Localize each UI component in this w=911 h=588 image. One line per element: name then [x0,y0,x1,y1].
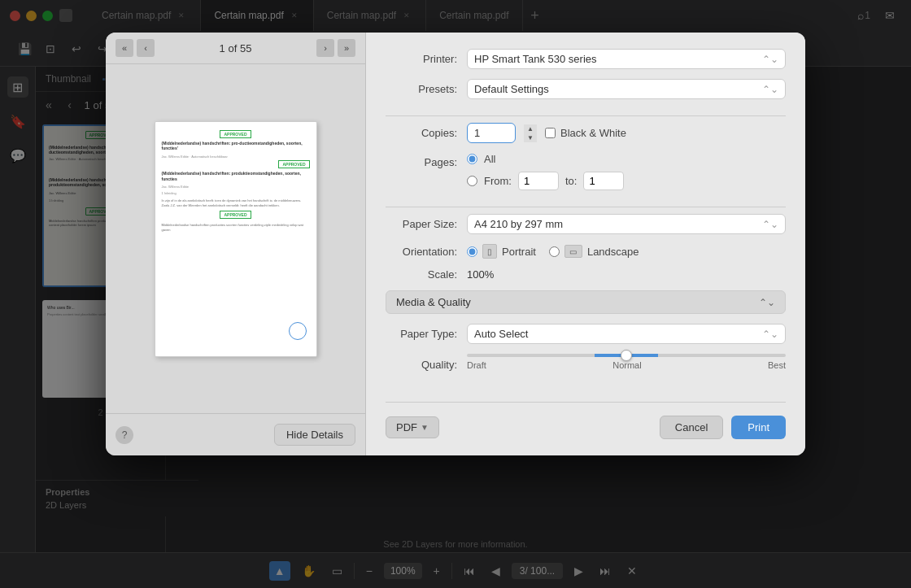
bw-label-text: Black & White [560,127,626,139]
media-quality-label: Media & Quality [396,296,471,308]
printer-select-container: HP Smart Tank 530 series ⌃⌄ [467,49,786,69]
dialog-first-page-button[interactable]: « [116,39,133,57]
bw-label[interactable]: Black & White [545,127,626,139]
pages-row: Pages: All From: to: [386,153,786,190]
paper-type-label: Paper Type: [386,328,467,340]
presets-value: Default Settings [474,83,549,95]
portrait-label: Portrait [502,246,536,258]
printer-value: HP Smart Tank 530 series [474,53,597,65]
paper-size-value: A4 210 by 297 mm [474,218,563,230]
dialog-preview-area: APPROVED (Middelnederlandse) handschrift… [106,64,365,413]
paper-type-row: Paper Type: Auto Select ⌃⌄ [386,324,786,344]
media-quality-content: Paper Type: Auto Select ⌃⌄ Quality: [386,324,786,387]
pdf-button[interactable]: PDF ▼ [386,416,439,438]
presets-select-container: Default Settings ⌃⌄ [467,79,786,99]
pages-range-row: From: to: [467,172,786,190]
approved-badge-dialog-1: APPROVED [220,130,251,138]
scale-label: Scale: [386,268,467,281]
dialog-page-indicator: 1 of 55 [158,42,313,54]
landscape-icon: ▭ [564,245,582,258]
printer-chevron-icon: ⌃⌄ [762,54,778,65]
help-button[interactable]: ? [116,426,133,444]
copies-label: Copies: [386,127,467,139]
dialog-footer-left: ? Hide Details [106,413,365,455]
quality-slider[interactable] [467,354,786,357]
paper-size-row: Paper Size: A4 210 by 297 mm ⌃⌄ [386,214,786,234]
dialog-preview-image: APPROVED (Middelnederlandse) handschrift… [155,121,317,357]
presets-select[interactable]: Default Settings ⌃⌄ [467,79,786,99]
quality-slider-container: Draft Normal Best [467,354,786,370]
media-quality-chevron-icon: ⌃⌄ [759,297,775,308]
pages-label: Pages: [386,153,467,168]
pdf-dropdown-icon: ▼ [421,423,429,432]
quality-normal-label: Normal [612,360,641,370]
pages-all-label: All [484,153,495,165]
paper-size-control: A4 210 by 297 mm ⌃⌄ [467,214,786,234]
scale-row: Scale: 100% [386,268,786,281]
dialog-preview-nav: « ‹ 1 of 55 › » [106,33,365,64]
pages-range-radio[interactable] [467,176,477,186]
pages-from-label: From: [484,175,512,187]
pages-options: All From: to: [467,153,786,190]
orientation-row: Orientation: ▯ Portrait ▭ Landscape [386,244,786,259]
orientation-options: ▯ Portrait ▭ Landscape [467,244,786,259]
pages-to-input[interactable] [583,172,624,190]
pages-all-radio[interactable] [467,154,477,164]
portrait-icon: ▯ [482,244,497,259]
quality-label: Quality: [386,354,467,371]
printer-select[interactable]: HP Smart Tank 530 series ⌃⌄ [467,49,786,69]
copies-input[interactable] [467,123,516,143]
quality-labels: Draft Normal Best [467,360,786,370]
approved-badge-dialog-3: APPROVED [220,211,251,219]
hide-details-button[interactable]: Hide Details [274,424,355,446]
copies-stepper: ▲ ▼ [524,124,537,142]
landscape-option[interactable]: ▭ Landscape [549,245,639,258]
pages-to-label: to: [565,175,577,187]
action-buttons: Cancel Print [660,416,786,439]
paper-size-select[interactable]: A4 210 by 297 mm ⌃⌄ [467,214,786,234]
landscape-radio[interactable] [549,246,560,257]
pages-all-row: All [467,153,786,165]
media-quality-section-header[interactable]: Media & Quality ⌃⌄ [386,290,786,314]
paper-size-chevron-icon: ⌃⌄ [762,219,778,230]
dialog-last-page-button[interactable]: » [338,39,355,57]
paper-type-control: Auto Select ⌃⌄ [467,324,786,344]
divider-2 [386,207,786,207]
paper-type-chevron-icon: ⌃⌄ [762,329,778,340]
presets-label: Presets: [386,83,467,95]
copies-increment[interactable]: ▲ [524,124,537,133]
copies-row: Copies: ▲ ▼ Black & White [386,123,786,143]
portrait-radio[interactable] [467,246,477,257]
orientation-label: Orientation: [386,246,467,258]
print-dialog: « ‹ 1 of 55 › » APPROVED (Middelnederlan… [106,33,805,455]
pdf-label: PDF [396,421,417,433]
printer-row: Printer: HP Smart Tank 530 series ⌃⌄ [386,49,786,69]
paper-size-label: Paper Size: [386,218,467,230]
printer-label: Printer: [386,53,467,65]
dialog-next-page-button[interactable]: › [316,39,334,57]
scale-value: 100% [467,268,494,281]
quality-draft-label: Draft [467,360,486,370]
approved-badge-dialog-2: APPROVED [278,160,309,168]
dialog-prev-page-button[interactable]: ‹ [137,39,155,57]
portrait-option[interactable]: ▯ Portrait [467,244,536,259]
print-button[interactable]: Print [731,416,786,439]
divider-1 [386,115,786,116]
quality-best-label: Best [768,360,786,370]
dialog-overlay: « ‹ 1 of 55 › » APPROVED (Middelnederlan… [0,0,911,588]
cancel-button[interactable]: Cancel [660,416,723,439]
pages-from-input[interactable] [518,172,559,190]
dialog-bottom-actions: PDF ▼ Cancel Print [386,402,786,439]
copies-decrement[interactable]: ▼ [524,133,537,142]
paper-type-select[interactable]: Auto Select ⌃⌄ [467,324,786,344]
landscape-label: Landscape [587,246,639,258]
dialog-thumb-content: APPROVED (Middelnederlandse) handschrift… [155,122,316,242]
presets-chevron-icon: ⌃⌄ [762,84,778,95]
paper-type-value: Auto Select [474,328,529,340]
presets-row: Presets: Default Settings ⌃⌄ [386,79,786,99]
bw-checkbox[interactable] [545,128,556,138]
quality-row: Quality: Draft Normal Best [386,354,786,371]
copies-control: ▲ ▼ Black & White [467,123,786,143]
dialog-preview-panel: « ‹ 1 of 55 › » APPROVED (Middelnederlan… [106,33,366,455]
dialog-settings-panel: Printer: HP Smart Tank 530 series ⌃⌄ Pre… [366,33,805,455]
